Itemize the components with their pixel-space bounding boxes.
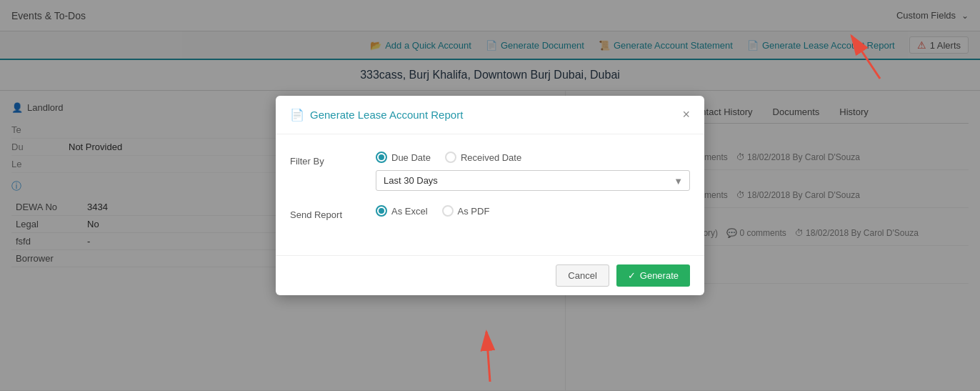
modal-close-button[interactable]: × bbox=[682, 107, 690, 122]
red-arrow-modal bbox=[461, 325, 519, 389]
as-pdf-radio-circle bbox=[442, 205, 454, 217]
as-excel-radio[interactable]: As Excel bbox=[376, 205, 428, 217]
due-date-radio[interactable]: Due Date bbox=[376, 152, 431, 163]
generate-check-icon: ✓ bbox=[628, 270, 636, 281]
date-range-select-wrapper: Last 30 Days Last 60 Days Last 90 Days C… bbox=[376, 170, 690, 191]
as-excel-radio-circle bbox=[376, 205, 387, 217]
modal-title-icon: 📄 bbox=[290, 108, 304, 122]
filter-radio-group: Due Date Received Date bbox=[376, 152, 690, 163]
modal-title: 📄 Generate Lease Account Report bbox=[290, 108, 463, 122]
modal-footer: Cancel ✓ Generate bbox=[276, 255, 704, 295]
filter-by-row: Filter By Due Date Received Date bbox=[290, 152, 690, 191]
send-report-label: Send Report bbox=[290, 205, 376, 220]
generate-button[interactable]: ✓ Generate bbox=[616, 264, 690, 287]
as-pdf-radio[interactable]: As PDF bbox=[442, 205, 490, 217]
received-date-radio[interactable]: Received Date bbox=[445, 152, 521, 163]
modal-overlay: 📄 Generate Lease Account Report × Filter… bbox=[0, 0, 980, 390]
modal-header: 📄 Generate Lease Account Report × bbox=[276, 96, 704, 134]
due-date-radio-circle bbox=[376, 152, 387, 163]
send-report-row: Send Report As Excel As PDF bbox=[290, 205, 690, 224]
received-date-radio-circle bbox=[445, 152, 456, 163]
svg-line-3 bbox=[486, 332, 490, 382]
send-report-controls: As Excel As PDF bbox=[376, 205, 690, 224]
modal-body: Filter By Due Date Received Date bbox=[276, 134, 704, 255]
send-report-radio-group: As Excel As PDF bbox=[376, 205, 690, 217]
generate-lease-report-modal: 📄 Generate Lease Account Report × Filter… bbox=[276, 96, 704, 295]
filter-by-label: Filter By bbox=[290, 152, 376, 167]
date-range-select[interactable]: Last 30 Days Last 60 Days Last 90 Days C… bbox=[376, 170, 690, 191]
filter-controls: Due Date Received Date Last 30 Days Last… bbox=[376, 152, 690, 191]
cancel-button[interactable]: Cancel bbox=[556, 264, 609, 287]
